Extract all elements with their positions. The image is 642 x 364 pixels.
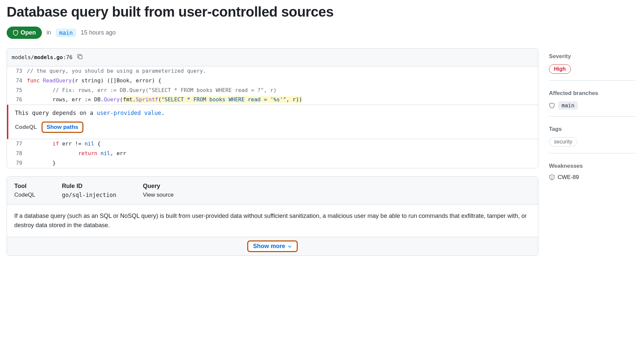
info-tool: Tool CodeQL: [14, 183, 35, 198]
code-line-73: 73 // the query, you should be using a p…: [7, 66, 538, 76]
chevron-down-icon: [287, 244, 292, 249]
branch-chip[interactable]: main: [56, 29, 76, 37]
alert-box: This query depends on a user-provided va…: [7, 105, 538, 139]
severity-badge: High: [549, 64, 571, 74]
severity-heading: Severity: [549, 53, 635, 60]
shield-icon: [549, 103, 555, 109]
status-label: Open: [21, 29, 36, 36]
tag-security[interactable]: security: [549, 137, 577, 146]
description-text: If a database query (such as an SQL or N…: [7, 204, 538, 237]
user-provided-value-link[interactable]: user-provided value: [97, 110, 161, 116]
copy-path-button[interactable]: [76, 52, 84, 62]
code-line-75: 75 // Fix: rows, err := DB.Query("SELECT…: [7, 86, 538, 95]
info-panel: Tool CodeQL Rule ID go/sql-injection Que…: [7, 176, 538, 256]
status-open-badge: Open: [7, 27, 42, 39]
shield-icon: [13, 30, 19, 36]
alert-tool-label: CodeQL: [15, 124, 37, 131]
info-rule: Rule ID go/sql-injection: [62, 183, 116, 198]
show-more-row: Show more: [7, 237, 538, 255]
copy-icon: [77, 54, 83, 60]
tags-heading: Tags: [549, 126, 635, 133]
affected-branch-main[interactable]: main: [558, 101, 578, 110]
show-paths-button[interactable]: Show paths: [42, 122, 83, 133]
code-panel: models/models.go:76 73 // the query, you…: [7, 48, 538, 168]
meta-row: Open in main 15 hours ago: [7, 27, 538, 39]
severity-section: Severity High: [549, 53, 635, 81]
shield-alert-icon: [549, 174, 555, 180]
affected-branches-heading: Affected branches: [549, 90, 635, 97]
time-ago: 15 hours ago: [81, 29, 116, 36]
show-more-button[interactable]: Show more: [247, 240, 297, 252]
file-header: models/models.go:76: [7, 48, 538, 66]
weakness-cwe-89[interactable]: CWE-89: [558, 174, 579, 181]
affected-branches-section: Affected branches main: [549, 90, 635, 117]
code-line-77: 77 if err != nil {: [7, 139, 538, 149]
code-line-78: 78 return nil, err: [7, 149, 538, 158]
tags-section: Tags security: [549, 126, 635, 153]
svg-point-2: [552, 178, 552, 179]
svg-rect-0: [79, 55, 82, 59]
alert-message: This query depends on a user-provided va…: [15, 110, 531, 116]
file-path[interactable]: models/models.go:76: [12, 54, 72, 60]
in-text: in: [47, 29, 51, 36]
page-title: Database query built from user-controlle…: [7, 4, 538, 20]
code-line-79: 79 }: [7, 158, 538, 168]
info-query: Query View source: [143, 183, 173, 198]
view-source-link[interactable]: View source: [143, 192, 173, 198]
weaknesses-section: Weaknesses CWE-89: [549, 163, 635, 187]
code-line-76: 76 rows, err := DB.Query(fmt.Sprintf("SE…: [7, 95, 538, 105]
code-line-74: 74 func ReadQuery(r string) ([]Book, err…: [7, 76, 538, 86]
sidebar: Severity High Affected branches main Tag…: [549, 53, 635, 256]
weaknesses-heading: Weaknesses: [549, 163, 635, 169]
info-grid: Tool CodeQL Rule ID go/sql-injection Que…: [7, 177, 538, 204]
